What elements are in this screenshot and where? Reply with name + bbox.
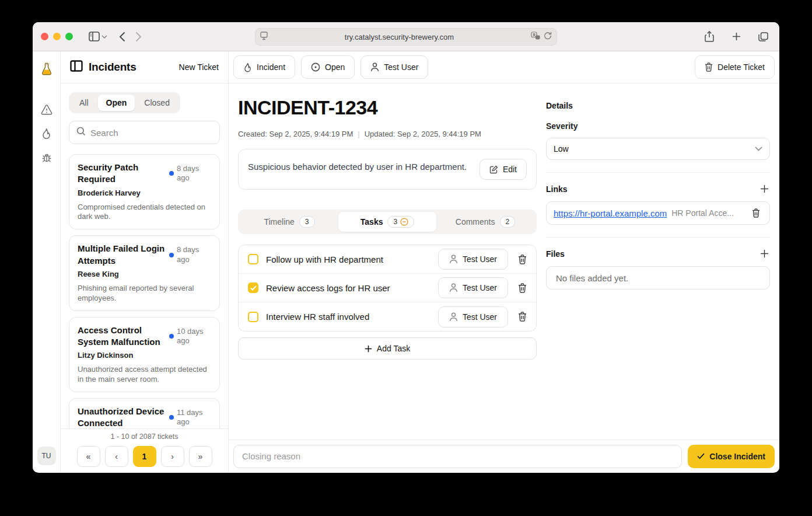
tasks-count-badge: 3 <box>387 216 414 228</box>
tab-comments[interactable]: Comments 2 <box>436 212 534 232</box>
pagination-summary: 1 - 10 of 2087 tickets <box>61 433 228 441</box>
task-assignee-button[interactable]: Test User <box>438 249 508 270</box>
ticket-title: Multiple Failed Login Attempts <box>78 243 166 267</box>
reload-icon[interactable] <box>544 32 552 42</box>
back-button[interactable] <box>114 29 130 45</box>
add-link-icon[interactable] <box>759 183 770 194</box>
filter-tab-closed[interactable]: Closed <box>136 95 178 111</box>
close-incident-button[interactable]: Close Incident <box>688 445 775 468</box>
delete-ticket-button[interactable]: Delete Ticket <box>695 55 775 79</box>
incident-type-button[interactable]: Incident <box>233 55 295 79</box>
ticket-filter-tabs: All Open Closed <box>69 92 180 113</box>
tab-timeline[interactable]: Timeline 3 <box>240 212 338 232</box>
edit-description-button[interactable]: Edit <box>480 159 527 180</box>
delete-task-icon[interactable] <box>516 252 529 267</box>
ticket-age: 11 days ago <box>177 408 211 427</box>
ticket-card[interactable]: Access Control System Malfunction 10 day… <box>69 317 220 392</box>
task-checkbox[interactable] <box>248 283 258 293</box>
new-ticket-button[interactable]: New Ticket <box>179 62 219 72</box>
created-timestamp: Created: Sep 2, 2025, 9:44:19 PM <box>238 130 353 138</box>
flask-logo-icon[interactable] <box>40 62 53 78</box>
incident-tabs: Timeline 3 Tasks 3 <box>238 210 537 234</box>
ticket-reporter: Reese King <box>78 270 211 278</box>
user-icon <box>449 283 458 292</box>
ticket-card[interactable]: Multiple Failed Login Attempts 8 days ag… <box>69 235 220 311</box>
task-row: Review access logs for HR user Test User <box>239 274 536 302</box>
browser-chrome: try.catalyst.security-brewery.com <box>33 22 779 51</box>
details-panel: Details Severity Low Links <box>546 83 770 440</box>
delete-task-icon[interactable] <box>516 281 529 295</box>
links-heading: Links <box>546 184 568 194</box>
ticket-reporter: Litzy Dickinson <box>78 351 211 360</box>
current-page-button[interactable]: 1 <box>133 446 156 467</box>
close-incident-bar: Close Incident <box>229 440 779 472</box>
address-bar[interactable]: try.catalyst.security-brewery.com <box>255 28 557 46</box>
task-checkbox[interactable] <box>248 312 258 322</box>
share-icon[interactable] <box>701 29 718 45</box>
delete-link-icon[interactable] <box>750 206 762 220</box>
first-page-button[interactable]: « <box>77 446 100 467</box>
plus-icon <box>365 345 372 353</box>
trash-icon <box>705 62 713 72</box>
unread-dot <box>169 415 174 420</box>
ticket-list-footer: 1 - 10 of 2087 tickets « ‹ 1 › » <box>61 428 228 472</box>
severity-value: Low <box>554 144 569 154</box>
ticket-card[interactable]: Unauthorized Device Connected 11 days ag… <box>69 398 220 428</box>
incident-assignee-button[interactable]: Test User <box>360 55 428 79</box>
link-note: HR Portal Acce... <box>671 208 745 218</box>
ticket-search[interactable] <box>69 121 220 144</box>
next-page-button[interactable]: › <box>161 446 184 467</box>
panel-icon[interactable] <box>70 60 83 74</box>
ticket-list-body: All Open Closed Security Patch Required … <box>61 83 228 428</box>
ticket-card[interactable]: Security Patch Required 8 days ago Brode… <box>69 154 220 229</box>
search-icon <box>76 127 86 138</box>
severity-label: Severity <box>546 121 770 131</box>
incident-id: INCIDENT-1234 <box>238 96 537 119</box>
browser-window: try.catalyst.security-brewery.com <box>33 22 779 473</box>
filter-tab-all[interactable]: All <box>71 95 97 111</box>
ticket-list-header: Incidents New Ticket <box>61 51 228 83</box>
bug-icon[interactable] <box>41 152 52 166</box>
traffic-lights <box>41 33 73 40</box>
add-file-icon[interactable] <box>759 248 770 259</box>
tab-tasks[interactable]: Tasks 3 <box>338 212 436 232</box>
close-window-button[interactable] <box>41 33 48 40</box>
task-assignee-button[interactable]: Test User <box>438 306 508 327</box>
link-url[interactable]: https://hr-portal.example.com <box>554 208 667 218</box>
forward-button[interactable] <box>130 29 146 45</box>
filter-tab-open[interactable]: Open <box>98 95 135 111</box>
user-avatar[interactable]: TU <box>37 447 56 465</box>
description-card: Suspicious behavior detected by user in … <box>238 149 537 190</box>
last-page-button[interactable]: » <box>189 446 212 467</box>
tab-overview-icon[interactable] <box>755 29 771 45</box>
edit-icon <box>489 165 498 174</box>
task-label: Follow up with HR department <box>266 254 430 264</box>
zoom-window-button[interactable] <box>65 33 73 40</box>
task-label: Review access logs for HR user <box>266 283 430 293</box>
ticket-age: 8 days ago <box>177 164 211 183</box>
ticket-age: 8 days ago <box>177 245 211 264</box>
task-assignee-button[interactable]: Test User <box>438 277 508 298</box>
alert-triangle-icon[interactable] <box>41 104 52 117</box>
new-tab-icon[interactable] <box>728 29 744 45</box>
minimize-window-button[interactable] <box>53 33 61 40</box>
prev-page-button[interactable]: ‹ <box>105 446 128 467</box>
search-input[interactable] <box>90 128 212 138</box>
task-checkbox[interactable] <box>248 254 258 264</box>
translate-icon[interactable] <box>531 32 540 42</box>
incident-status-button[interactable]: Open <box>301 55 355 79</box>
sidebar-chevron-down-icon[interactable] <box>100 29 109 45</box>
add-task-button[interactable]: Add Task <box>238 337 537 360</box>
user-icon <box>449 312 458 322</box>
divider <box>546 237 770 238</box>
ticket-list-panel: Incidents New Ticket All Open Closed <box>61 51 229 472</box>
delete-task-icon[interactable] <box>516 309 529 324</box>
files-empty-state: No files added yet. <box>546 266 770 290</box>
ticket-title: Security Patch Required <box>78 162 166 186</box>
page-icon <box>260 32 268 43</box>
closing-reason-input[interactable] <box>233 445 682 468</box>
chevron-down-icon <box>755 147 762 151</box>
flame-icon[interactable] <box>41 128 51 142</box>
ticket-age: 10 days ago <box>177 327 211 346</box>
severity-select[interactable]: Low <box>546 138 770 160</box>
